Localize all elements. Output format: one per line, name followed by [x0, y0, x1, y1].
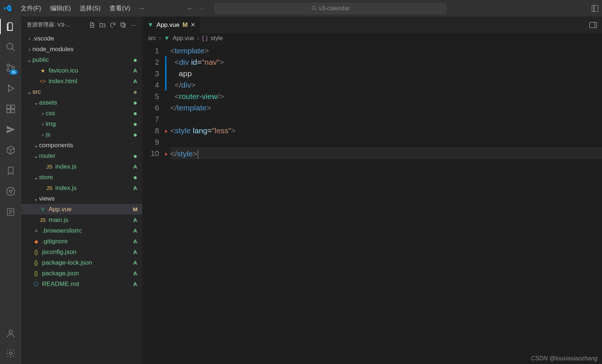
svg-point-10 — [7, 187, 15, 195]
debug-icon[interactable] — [5, 83, 16, 94]
nav-back-icon[interactable]: ← — [186, 4, 194, 13]
new-file-icon[interactable] — [88, 21, 96, 29]
extensions-icon[interactable] — [5, 103, 16, 114]
search-tab-icon[interactable] — [5, 42, 16, 53]
explorer-icon[interactable] — [5, 21, 16, 32]
account-icon[interactable] — [5, 328, 16, 339]
tree-row[interactable]: ⌄store — [21, 172, 142, 183]
tree-row[interactable]: {}jsconfig.jsonA — [21, 247, 142, 257]
watermark: CSDN @louxiaxiaozhang — [531, 355, 598, 362]
tree-row[interactable]: ⌄views — [21, 193, 142, 204]
svg-rect-6 — [7, 105, 10, 109]
tree-row[interactable]: ›.vscode — [21, 33, 142, 44]
tree-row[interactable]: ⌄components — [21, 140, 142, 151]
sidebar: 资源管理器: V3-... ··· ›.vscode›node_modules⌄… — [21, 17, 142, 364]
svg-point-3 — [7, 69, 10, 72]
tree-row[interactable]: ★favicon.icoA — [21, 65, 142, 76]
chevron-right-icon: › — [159, 35, 161, 42]
brace-icon: { } — [202, 35, 208, 42]
tree-row[interactable]: ⓘREADME.mdA — [21, 279, 142, 289]
refresh-icon[interactable] — [109, 21, 116, 29]
tree-row[interactable]: ›node_modules — [21, 44, 142, 54]
editor-tabs: ▼ App.vue M ✕ — [142, 17, 602, 33]
tree-row[interactable]: JSindex.jsA — [21, 183, 142, 193]
svg-rect-14 — [121, 23, 124, 26]
svg-rect-7 — [11, 105, 14, 109]
svg-rect-9 — [11, 109, 14, 113]
settings-gear-icon[interactable] — [5, 348, 16, 359]
tree-row[interactable]: ≡.browserslistrcA — [21, 225, 142, 236]
tab-close-icon[interactable]: ✕ — [190, 21, 195, 28]
breadcrumb[interactable]: src › ▼ App.vue › { } style — [142, 33, 602, 43]
crumb-symbol[interactable]: style — [211, 35, 223, 42]
nav-forward-icon[interactable]: → — [198, 4, 206, 13]
tree-row[interactable]: {}package.jsonA — [21, 268, 142, 279]
sidebar-header: 资源管理器: V3-... ··· — [21, 17, 142, 33]
file-tree: ›.vscode›node_modules⌄public★favicon.ico… — [21, 33, 142, 364]
menu-edit[interactable]: 编辑(E) — [46, 3, 75, 14]
vscode-logo-icon — [4, 4, 12, 13]
collapse-icon[interactable] — [119, 21, 127, 29]
tree-row[interactable]: ⌄public — [21, 54, 142, 65]
svg-point-2 — [7, 64, 10, 67]
split-editor-icon[interactable] — [589, 22, 597, 28]
tree-row[interactable]: ⌄src — [21, 86, 142, 97]
tree-row[interactable]: ›css — [21, 108, 142, 119]
menu-file[interactable]: 文件(F) — [17, 3, 45, 14]
box-icon[interactable] — [5, 145, 16, 156]
tree-row[interactable]: JSindex.jsA — [21, 161, 142, 172]
compass-icon[interactable] — [5, 186, 16, 197]
titlebar: 文件(F) 编辑(E) 选择(S) 查看(V) ··· ← → v3-calen… — [0, 0, 602, 17]
tree-row[interactable]: ›img — [21, 119, 142, 129]
svg-point-5 — [8, 85, 9, 86]
tab-modified-indicator: M — [182, 21, 188, 29]
crumb-src[interactable]: src — [148, 35, 156, 42]
scm-icon[interactable]: 36 — [5, 62, 16, 73]
vue-icon: ▼ — [164, 35, 170, 42]
tab-app-vue[interactable]: ▼ App.vue M ✕ — [142, 17, 201, 33]
vue-icon: ▼ — [147, 21, 154, 29]
send-icon[interactable] — [5, 124, 16, 135]
tree-row[interactable]: ◆.gitignoreA — [21, 236, 142, 247]
command-center-text: v3-calendar — [319, 5, 350, 12]
tree-row[interactable]: ⌄assets — [21, 97, 142, 108]
chevron-right-icon: › — [197, 35, 199, 42]
layout-toggle-icon[interactable] — [592, 5, 598, 12]
tree-row[interactable]: ⌄router — [21, 151, 142, 161]
explorer-title: 资源管理器: V3-... — [27, 21, 85, 28]
tree-row[interactable]: {}package-lock.jsonA — [21, 257, 142, 268]
tree-row[interactable]: VApp.vueM — [21, 204, 142, 215]
bookmark-icon[interactable] — [5, 165, 16, 176]
code-editor[interactable]: 12345678910 <template> <div id="nav"> ap… — [142, 43, 602, 159]
tab-label: App.vue — [157, 21, 179, 29]
svg-point-1 — [7, 43, 13, 49]
menu-select[interactable]: 选择(S) — [76, 3, 104, 14]
search-icon — [311, 6, 317, 11]
svg-point-12 — [9, 330, 12, 333]
menu-view[interactable]: 查看(V) — [106, 3, 134, 14]
more-icon[interactable]: ··· — [130, 21, 137, 29]
tree-row[interactable]: <>index.htmlA — [21, 76, 142, 86]
svg-rect-8 — [7, 109, 10, 113]
tree-row[interactable]: ›js — [21, 129, 142, 140]
menu-more[interactable]: ··· — [136, 3, 148, 14]
command-center[interactable]: v3-calendar — [214, 3, 447, 14]
new-folder-icon[interactable] — [99, 21, 106, 29]
note-icon[interactable] — [5, 206, 16, 218]
tree-row[interactable]: JSmain.jsA — [21, 215, 142, 225]
scm-badge: 36 — [10, 70, 18, 75]
editor-area: ▼ App.vue M ✕ src › ▼ App.vue › { } styl… — [142, 17, 602, 364]
svg-point-13 — [10, 352, 12, 355]
svg-point-0 — [312, 6, 315, 10]
crumb-file[interactable]: App.vue — [173, 35, 195, 42]
svg-point-4 — [12, 67, 15, 69]
activity-bar: 36 — [0, 17, 21, 364]
